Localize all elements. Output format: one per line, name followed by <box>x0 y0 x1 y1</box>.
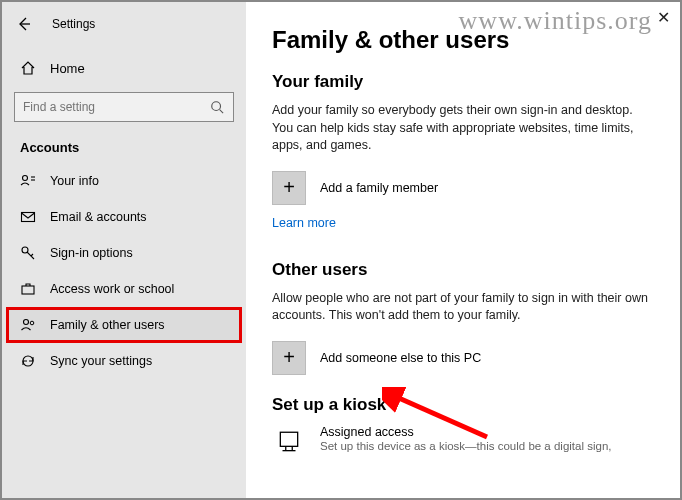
learn-more-link[interactable]: Learn more <box>272 216 336 230</box>
sidebar-home[interactable]: Home <box>6 52 242 84</box>
search-icon <box>209 99 225 115</box>
sidebar: Settings Home Accounts Your info E <box>2 2 246 498</box>
add-family-row[interactable]: + Add a family member <box>272 171 658 205</box>
svg-point-9 <box>30 321 34 325</box>
svg-point-0 <box>212 102 221 111</box>
sidebar-category: Accounts <box>6 136 242 163</box>
close-button[interactable]: ✕ <box>657 8 670 27</box>
home-label: Home <box>50 61 85 76</box>
add-other-row[interactable]: + Add someone else to this PC <box>272 341 658 375</box>
sidebar-item-signin[interactable]: Sign-in options <box>6 235 242 271</box>
mail-icon <box>20 209 36 225</box>
family-heading: Your family <box>272 72 658 92</box>
add-other-button[interactable]: + <box>272 341 306 375</box>
key-icon <box>20 245 36 261</box>
window-title: Settings <box>52 17 95 31</box>
arrow-left-icon <box>16 16 32 32</box>
search-input[interactable] <box>23 100 193 114</box>
sidebar-item-label: Access work or school <box>50 282 174 296</box>
add-other-label: Add someone else to this PC <box>320 351 481 365</box>
plus-icon: + <box>283 176 295 199</box>
add-family-button[interactable]: + <box>272 171 306 205</box>
sidebar-item-label: Sync your settings <box>50 354 152 368</box>
person-card-icon <box>20 173 36 189</box>
search-box[interactable] <box>14 92 234 122</box>
svg-rect-7 <box>22 286 34 294</box>
main-content: Family & other users Your family Add you… <box>246 2 680 498</box>
sidebar-item-email[interactable]: Email & accounts <box>6 199 242 235</box>
sync-icon <box>20 353 36 369</box>
kiosk-name: Assigned access <box>320 425 612 439</box>
sidebar-item-work[interactable]: Access work or school <box>6 271 242 307</box>
briefcase-icon <box>20 281 36 297</box>
people-icon <box>20 317 36 333</box>
kiosk-sub: Set up this device as a kiosk—this could… <box>320 440 612 452</box>
sidebar-item-label: Sign-in options <box>50 246 133 260</box>
plus-icon: + <box>283 346 295 369</box>
sidebar-item-label: Your info <box>50 174 99 188</box>
family-desc: Add your family so everybody gets their … <box>272 102 652 155</box>
back-button[interactable] <box>14 14 34 34</box>
other-desc: Allow people who are not part of your fa… <box>272 290 652 325</box>
add-family-label: Add a family member <box>320 181 438 195</box>
sidebar-item-your-info[interactable]: Your info <box>6 163 242 199</box>
svg-rect-10 <box>280 432 297 446</box>
svg-point-2 <box>23 176 28 181</box>
kiosk-icon <box>272 425 306 459</box>
kiosk-row[interactable]: Assigned access Set up this device as a … <box>272 425 658 459</box>
sidebar-item-sync[interactable]: Sync your settings <box>6 343 242 379</box>
sidebar-item-label: Email & accounts <box>50 210 147 224</box>
svg-line-1 <box>220 110 224 114</box>
kiosk-heading: Set up a kiosk <box>272 395 658 415</box>
page-title: Family & other users <box>272 26 658 54</box>
home-icon <box>20 60 36 76</box>
sidebar-item-label: Family & other users <box>50 318 165 332</box>
sidebar-item-family[interactable]: Family & other users <box>6 307 242 343</box>
other-heading: Other users <box>272 260 658 280</box>
svg-point-8 <box>24 320 29 325</box>
